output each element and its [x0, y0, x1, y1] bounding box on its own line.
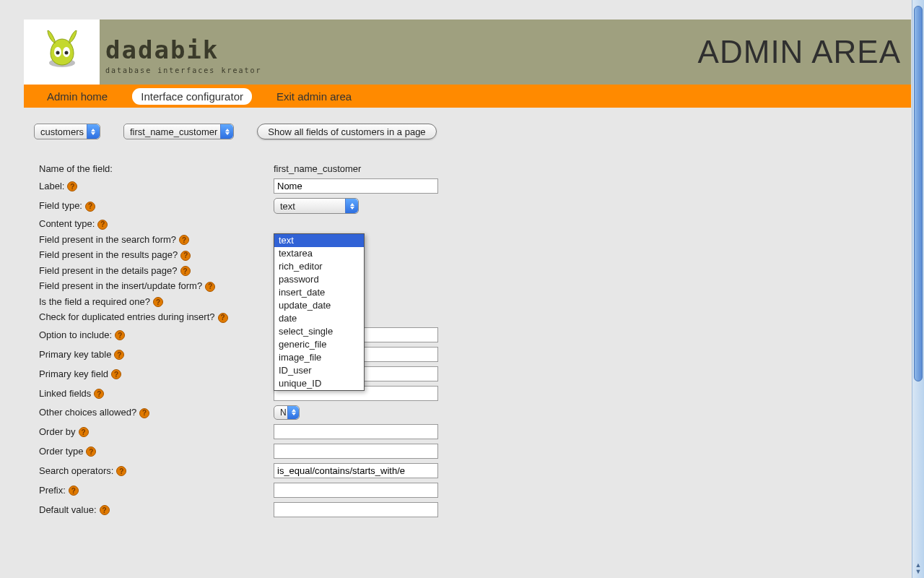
label-required: Is the field a required one? — [39, 296, 150, 307]
field-type-option[interactable]: insert_date — [274, 286, 364, 299]
chevron-updown-icon — [220, 124, 233, 139]
brand-subtitle: database interfaces kreator — [105, 66, 262, 74]
default-value-input[interactable] — [274, 502, 438, 517]
field-type-option[interactable]: unique_ID — [274, 377, 364, 390]
help-icon[interactable]: ? — [94, 389, 104, 399]
label-label: Label: — [39, 181, 64, 191]
navbar: Admin home Interface configurator Exit a… — [24, 85, 911, 108]
help-icon[interactable]: ? — [179, 235, 189, 245]
table-select[interactable]: customers — [34, 124, 100, 139]
chevron-updown-icon — [87, 124, 100, 139]
brand-block: dadabik database interfaces kreator — [105, 38, 262, 74]
help-icon[interactable]: ? — [79, 427, 89, 437]
field-select-value: first_name_customer — [130, 126, 217, 137]
label-input[interactable] — [274, 178, 438, 194]
label-search-ops: Search operators: — [39, 465, 113, 476]
label-content-type: Content type: — [39, 218, 95, 229]
label-order-type: Order type — [39, 446, 83, 457]
label-order-by: Order by — [39, 426, 76, 437]
label-check-dup: Check for duplicated entries during inse… — [39, 311, 215, 322]
help-icon[interactable]: ? — [205, 282, 215, 292]
help-icon[interactable]: ? — [116, 466, 126, 476]
label-pk-table: Primary key table — [39, 349, 111, 360]
field-type-option[interactable]: rich_editor — [274, 260, 364, 273]
logo-box — [24, 20, 100, 85]
search-ops-input[interactable] — [274, 463, 438, 478]
field-type-option[interactable]: date — [274, 312, 364, 325]
label-present-search: Field present in the search form? — [39, 234, 176, 245]
label-prefix: Prefix: — [39, 485, 66, 496]
help-icon[interactable]: ? — [180, 266, 191, 276]
field-select[interactable]: first_name_customer — [123, 124, 234, 139]
field-type-option[interactable]: ID_user — [274, 364, 364, 377]
table-select-value: customers — [40, 126, 84, 137]
svg-point-4 — [64, 51, 68, 55]
label-present-results: Field present in the results page? — [39, 249, 178, 260]
field-type-dropdown[interactable]: texttextarearich_editorpasswordinsert_da… — [274, 233, 365, 391]
field-type-option[interactable]: update_date — [274, 299, 364, 312]
help-icon[interactable]: ? — [153, 297, 163, 307]
field-type-option[interactable]: image_file — [274, 351, 364, 364]
label-field-type: Field type: — [39, 200, 82, 211]
field-type-select-value: text — [280, 201, 295, 212]
help-icon[interactable]: ? — [115, 330, 125, 340]
help-icon[interactable]: ? — [86, 447, 96, 457]
brand-title: dadabik — [105, 38, 262, 62]
label-other-choices: Other choices allowed? — [39, 407, 136, 418]
field-type-option[interactable]: generic_file — [274, 338, 364, 351]
toolbar: customers first_name_customer Show all f… — [34, 124, 911, 139]
help-icon[interactable]: ? — [180, 251, 191, 261]
header-bar: dadabik database interfaces kreator ADMI… — [24, 20, 911, 85]
help-icon[interactable]: ? — [100, 505, 110, 515]
label-present-insert: Field present in the insert/update form? — [39, 280, 202, 291]
label-option-include: Option to include: — [39, 329, 112, 340]
label-linked-fields: Linked fields — [39, 388, 91, 399]
scroll-thumb[interactable] — [914, 6, 923, 381]
chevron-updown-icon — [345, 199, 358, 213]
order-by-input[interactable] — [274, 424, 438, 439]
other-choices-value: N — [280, 407, 287, 418]
logo-creature-icon — [40, 30, 84, 74]
field-type-select[interactable]: text — [274, 198, 359, 214]
field-type-option[interactable]: textarea — [274, 247, 364, 260]
help-icon[interactable]: ? — [218, 313, 228, 323]
other-choices-select[interactable]: N — [274, 405, 300, 420]
help-icon[interactable]: ? — [139, 408, 149, 418]
value-name-of-field: first_name_customer — [271, 161, 458, 176]
nav-exit-admin[interactable]: Exit admin area — [268, 88, 360, 105]
label-present-details: Field present in the details page? — [39, 265, 178, 276]
window-scrollbar[interactable]: ▲▼ — [912, 0, 924, 519]
help-icon[interactable]: ? — [67, 181, 77, 191]
field-type-option[interactable]: password — [274, 273, 364, 286]
help-icon[interactable]: ? — [111, 369, 121, 379]
label-name-of-field: Name of the field: — [36, 161, 271, 176]
field-type-option[interactable]: select_single — [274, 325, 364, 338]
show-all-fields-button[interactable]: Show all fields of customers in a page — [257, 124, 436, 139]
nav-admin-home[interactable]: Admin home — [38, 88, 116, 105]
order-type-input[interactable] — [274, 444, 438, 459]
prefix-input[interactable] — [274, 483, 438, 498]
chevron-updown-icon — [287, 406, 299, 419]
page-title: ADMIN AREA — [698, 34, 901, 70]
help-icon[interactable]: ? — [114, 350, 124, 360]
help-icon[interactable]: ? — [85, 202, 95, 212]
field-type-option[interactable]: text — [274, 234, 364, 247]
svg-point-3 — [56, 51, 59, 55]
help-icon[interactable]: ? — [69, 486, 79, 496]
label-default-value: Default value: — [39, 504, 97, 515]
label-pk-field: Primary key field — [39, 368, 108, 379]
help-icon[interactable]: ? — [97, 220, 108, 230]
form-area: Name of the field: first_name_customer L… — [36, 161, 911, 519]
nav-interface-configurator[interactable]: Interface configurator — [132, 88, 252, 105]
